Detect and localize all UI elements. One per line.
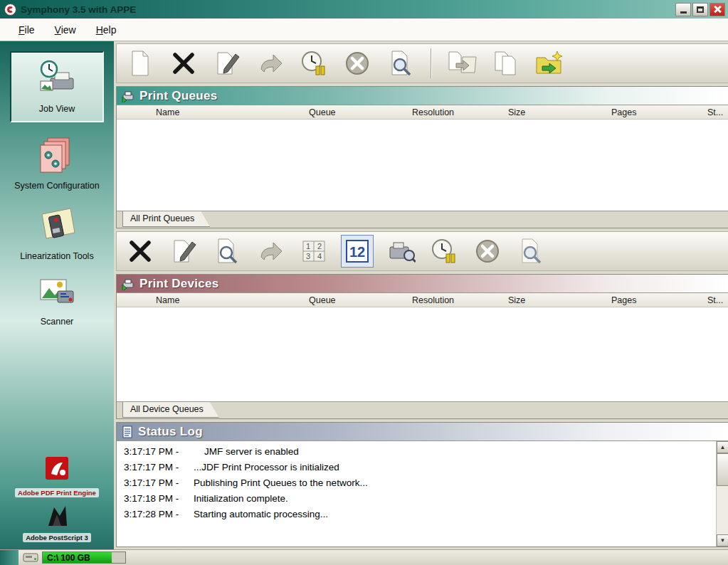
maximize-button[interactable] [692, 3, 708, 16]
log-entry: 3:17:17 PM - JMF server is enabled [124, 444, 711, 460]
delete-device-icon[interactable] [124, 235, 157, 268]
print-queues-tabs: All Print Queues [117, 211, 728, 228]
log-entry: 3:17:17 PM - ...JDF Print Processor is i… [124, 460, 711, 475]
titlebar: Symphony 3.5 with APPE [0, 0, 728, 19]
close-button[interactable] [709, 3, 725, 16]
log-message: Publishing Print Queues to the network..… [194, 475, 368, 491]
panel-title: Print Queues [139, 89, 217, 103]
log-message: Initialization complete. [194, 491, 288, 507]
hold-job-icon[interactable] [297, 47, 330, 80]
print-devices-list[interactable] [117, 307, 728, 401]
svg-text:1: 1 [306, 242, 310, 250]
abort-job-icon[interactable] [341, 47, 374, 80]
menu-item-help[interactable]: Help [88, 21, 125, 38]
column-size[interactable]: Size [508, 107, 525, 117]
panel-title: Print Devices [139, 277, 219, 291]
adobe-pdf-print-engine-icon [38, 457, 75, 487]
new-job-icon[interactable] [124, 47, 157, 80]
sidebar-item-label: Job View [14, 104, 100, 115]
move-job-icon[interactable] [445, 47, 478, 80]
hold-device-icon[interactable] [428, 235, 460, 268]
delete-job-icon[interactable] [167, 47, 200, 80]
adobe-postscript-icon [38, 505, 75, 532]
print-devices-column-headers: Name Queue Resolution Size Pages St... [117, 293, 728, 307]
system-configuration-icon [38, 135, 76, 178]
toolbar-separator [431, 48, 432, 78]
menubar: File View Help [0, 19, 728, 41]
print-queues-list[interactable] [117, 120, 728, 211]
log-message: ...JDF Print Processor is initialized [194, 460, 339, 475]
status-log-header: Status Log [117, 423, 728, 441]
column-status[interactable]: St... [707, 295, 723, 305]
log-entry: 3:17:18 PM - Initialization complete. [124, 491, 711, 507]
minimize-icon [680, 11, 687, 14]
disk-usage-bar: C:\ 100 GB [42, 551, 126, 564]
column-resolution[interactable]: Resolution [412, 107, 454, 117]
print-device-icon [121, 278, 135, 290]
column-pages[interactable]: Pages [611, 295, 636, 305]
edit-job-icon[interactable] [211, 47, 243, 80]
log-entry: 3:17:28 PM - Starting automatic processi… [124, 507, 711, 522]
pages-icon[interactable]: 12 [341, 235, 374, 268]
sidebar-item-job-view[interactable]: Job View [10, 51, 104, 122]
copy-job-icon[interactable] [489, 47, 522, 80]
abort-device-icon[interactable] [471, 235, 504, 268]
scroll-down-button[interactable]: ▼ [717, 534, 728, 546]
scanner-icon [36, 275, 78, 314]
column-name[interactable]: Name [156, 107, 179, 117]
sidebar-item-scanner[interactable]: Scanner [14, 275, 100, 328]
window-title: Symphony 3.5 with APPE [21, 4, 675, 15]
tab-all-print-queues[interactable]: All Print Queues [122, 211, 210, 227]
page-range-icon[interactable]: 1234 [297, 235, 330, 268]
svg-text:3: 3 [306, 252, 310, 260]
submit-device-icon[interactable] [254, 235, 287, 268]
print-queues-header: Print Queues [117, 87, 728, 105]
app-logo-icon [4, 4, 16, 16]
menu-item-view[interactable]: View [46, 21, 85, 38]
preview-job-icon[interactable] [384, 47, 417, 80]
scroll-thumb[interactable] [717, 453, 728, 486]
sidebar-item-label: System Configuration [14, 181, 100, 192]
print-queue-icon [121, 90, 135, 102]
screening-icon[interactable] [384, 235, 417, 268]
menu-item-file[interactable]: File [10, 21, 43, 38]
print-queues-column-headers: Name Queue Resolution Size Pages St... [117, 105, 728, 120]
status-log-panel: Status Log 3:17:17 PM - JMF server is en… [116, 422, 728, 547]
status-log-scrollbar[interactable]: ▲ ▼ [716, 441, 728, 546]
column-pages[interactable]: Pages [611, 107, 636, 117]
edit-device-icon[interactable] [167, 235, 200, 268]
sidebar-item-linearization-tools[interactable]: Linearization Tools [14, 204, 100, 263]
status-log-icon [121, 426, 134, 438]
job-view-icon [36, 60, 78, 100]
sidebar: Job View System Configuration [0, 41, 114, 549]
sidebar-item-label: Linearization Tools [14, 251, 100, 263]
print-devices-tabs: All Device Queues [117, 401, 728, 418]
sidebar-item-system-configuration[interactable]: System Configuration [14, 135, 100, 192]
linearization-tools-icon [35, 204, 79, 248]
column-queue[interactable]: Queue [309, 107, 336, 117]
log-time: 3:17:18 PM - [124, 491, 194, 507]
sidebar-item-label: Scanner [14, 317, 100, 328]
column-size[interactable]: Size [508, 295, 525, 305]
status-log-body: 3:17:17 PM - JMF server is enabled 3:17:… [117, 441, 728, 546]
column-queue[interactable]: Queue [309, 295, 336, 305]
view-device-icon[interactable] [211, 235, 243, 268]
close-icon [713, 5, 722, 14]
column-resolution[interactable]: Resolution [412, 295, 454, 305]
new-queue-icon[interactable] [532, 47, 565, 80]
print-devices-header: Print Devices [117, 275, 728, 293]
column-name[interactable]: Name [156, 295, 179, 305]
log-time: 3:17:17 PM - [124, 460, 194, 475]
print-queues-toolbar [116, 43, 728, 83]
preview-device-icon[interactable] [515, 235, 547, 268]
log-entry: 3:17:17 PM - Publishing Print Queues to … [124, 475, 711, 491]
submit-job-icon[interactable] [254, 47, 287, 80]
scroll-up-button[interactable]: ▲ [717, 441, 728, 453]
disk-usage-label: C:\ 100 GB [47, 553, 90, 563]
adobe-pdf-print-engine-logo: Adobe PDF Print Engine [15, 457, 99, 497]
column-status[interactable]: St... [707, 107, 723, 117]
minimize-button[interactable] [675, 3, 691, 16]
statusbar: C:\ 100 GB [0, 549, 728, 565]
tab-all-device-queues[interactable]: All Device Queues [122, 402, 219, 418]
log-time: 3:17:28 PM - [124, 507, 194, 522]
